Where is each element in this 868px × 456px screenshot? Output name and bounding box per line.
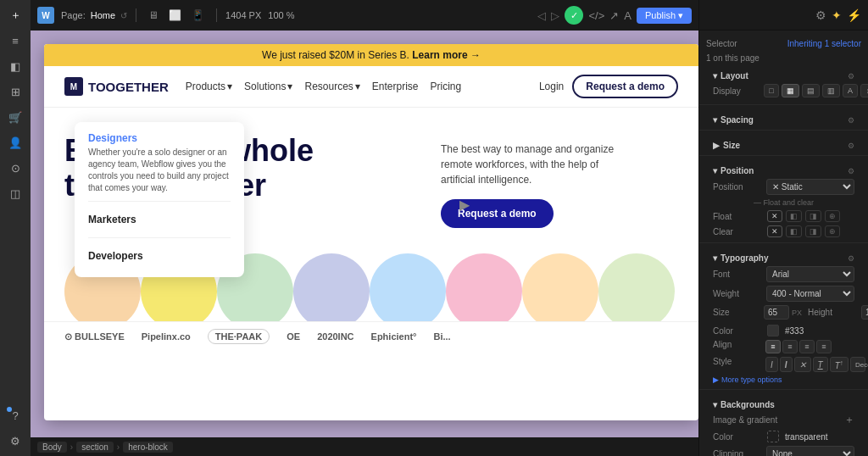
- underline-btn[interactable]: T: [813, 357, 828, 372]
- breadcrumb-bar: Body › section › hero-block: [31, 437, 698, 456]
- style-label: Style: [713, 357, 764, 372]
- tooltip-developers[interactable]: Developers: [88, 245, 231, 267]
- typography-header[interactable]: ▾ Typography ⚙: [706, 250, 861, 264]
- display-inline-btn[interactable]: ▥: [822, 84, 840, 97]
- breadcrumb-hero-block[interactable]: hero-block: [123, 442, 173, 453]
- clear-left-btn[interactable]: ◧: [786, 225, 802, 237]
- height-input[interactable]: [861, 305, 868, 320]
- tooltip-designers-title[interactable]: Designers: [88, 132, 231, 144]
- size-input[interactable]: [764, 305, 789, 320]
- breadcrumb-section[interactable]: section: [76, 442, 114, 453]
- float-both-btn[interactable]: ⊕: [825, 210, 840, 222]
- logo-thepaak: THE·PAAK: [208, 329, 270, 344]
- clear-right-btn[interactable]: ◨: [805, 225, 821, 237]
- undo-icon[interactable]: ◁: [537, 9, 546, 22]
- float-left-btn[interactable]: ◧: [786, 210, 802, 222]
- clear-none-btn[interactable]: ✕: [767, 225, 782, 237]
- display-grid-btn[interactable]: ▤: [802, 84, 820, 97]
- display-block-btn[interactable]: □: [764, 84, 779, 97]
- panel-gear-icon[interactable]: ⚙: [815, 8, 826, 22]
- toolbar-assets-icon[interactable]: ◧: [5, 56, 25, 76]
- panel-lightning-icon[interactable]: ⚡: [847, 8, 861, 22]
- redo-icon[interactable]: ▷: [551, 9, 559, 22]
- sup-btn[interactable]: T↑: [830, 357, 849, 372]
- position-select[interactable]: ✕ Static: [766, 179, 854, 195]
- tooltip-separator-1: [88, 201, 231, 202]
- toolbar-components-icon[interactable]: ◫: [5, 183, 25, 203]
- spacing-section: ▾ Spacing ⚙: [699, 108, 868, 131]
- nav-enterprise[interactable]: Enterprise: [372, 81, 419, 92]
- page-label: Page:: [61, 10, 86, 20]
- align-justify-btn[interactable]: ≡: [816, 340, 832, 353]
- toolbar-layers-icon[interactable]: ≡: [5, 31, 25, 51]
- bg-color-swatch[interactable]: [767, 431, 779, 442]
- canvas-area[interactable]: We just raised $20M in Series B. Learn m…: [31, 31, 698, 437]
- font-icon[interactable]: A: [624, 9, 632, 22]
- toolbar-search-icon[interactable]: ⊙: [5, 158, 25, 178]
- login-button[interactable]: Login: [539, 81, 564, 92]
- on-page-count: 1 on this page: [699, 52, 868, 64]
- float-right-btn[interactable]: ◨: [805, 210, 821, 222]
- strike-btn[interactable]: ✕: [794, 357, 811, 372]
- toolbar-settings-icon[interactable]: ⚙: [5, 431, 25, 451]
- clear-both-btn[interactable]: ⊕: [825, 225, 840, 237]
- page-selector[interactable]: Page: Home ↺: [61, 10, 127, 20]
- page-refresh-icon[interactable]: ↺: [120, 11, 127, 20]
- bg-image-add[interactable]: ＋: [844, 413, 854, 427]
- typography-title: ▾ Typography: [713, 253, 768, 263]
- spacing-header[interactable]: ▾ Spacing ⚙: [706, 112, 861, 126]
- toolbar-user-icon[interactable]: 👤: [5, 132, 25, 153]
- chevron-icon: ▾: [355, 81, 360, 92]
- hero-cta-button[interactable]: Request a demo: [441, 199, 554, 228]
- breadcrumb-body[interactable]: Body: [37, 442, 67, 453]
- align-right-btn[interactable]: ≡: [799, 340, 815, 353]
- align-left-btn[interactable]: ≡: [765, 340, 781, 353]
- clipping-select[interactable]: None: [766, 446, 854, 456]
- nav-resources[interactable]: Resources ▾: [304, 81, 359, 92]
- align-center-btn[interactable]: ≡: [782, 340, 798, 353]
- code-icon[interactable]: </>: [588, 9, 604, 22]
- layout-header[interactable]: ▾ Layout ⚙: [706, 68, 861, 82]
- more-type-options[interactable]: ▶ More type options: [706, 374, 861, 386]
- separator2: [216, 8, 217, 22]
- display-flex-btn[interactable]: ▦: [782, 84, 799, 97]
- size-label: Size: [713, 308, 764, 317]
- desktop-icon[interactable]: 🖥: [145, 8, 162, 23]
- share-icon[interactable]: ↗: [609, 9, 619, 22]
- toolbar-cms-icon[interactable]: ⊞: [5, 81, 25, 102]
- logo-bullseye: ⊙ BULLSEYE: [64, 331, 125, 342]
- color-swatch[interactable]: [767, 325, 779, 336]
- float-clear-label: — Float and clear: [706, 197, 861, 209]
- bold-btn[interactable]: I: [780, 357, 793, 372]
- panel-nodes-icon[interactable]: ✦: [832, 8, 842, 22]
- display-scroll-btn[interactable]: ↕: [860, 84, 868, 97]
- toolbar-ecommerce-icon[interactable]: 🛒: [5, 107, 25, 127]
- logo-bar: ⊙ BULLSEYE Pipelinx.co THE·PAAK OE 2020I…: [44, 321, 698, 351]
- mobile-icon[interactable]: 📱: [188, 8, 208, 23]
- nav-pricing[interactable]: Pricing: [431, 81, 462, 92]
- banner-link[interactable]: Learn more →: [412, 49, 481, 61]
- backgrounds-header[interactable]: ▾ Backgrounds: [706, 397, 861, 411]
- float-none-btn[interactable]: ✕: [767, 210, 782, 222]
- webflow-logo[interactable]: W: [37, 7, 54, 24]
- position-header[interactable]: ▾ Position ⚙: [706, 163, 861, 177]
- toolbar-add-icon[interactable]: ＋: [5, 5, 25, 25]
- selector-value[interactable]: Inheriting 1 selector: [787, 39, 861, 48]
- clipping-row: Clipping None: [706, 444, 861, 456]
- nav-products[interactable]: Products ▾: [186, 81, 232, 92]
- tooltip-designers-desc: Whether you're a solo designer or an age…: [88, 147, 231, 194]
- zoom-label: 100 %: [268, 10, 294, 20]
- display-none-btn[interactable]: A: [843, 84, 858, 97]
- demo-button[interactable]: Request a demo: [572, 75, 678, 98]
- size-header[interactable]: ▶ Size ⚙: [706, 137, 861, 152]
- page-name: Home: [91, 10, 115, 20]
- site-nav: M TOOGETHER Products ▾ Solutions ▾ Resou…: [44, 66, 698, 108]
- publish-button[interactable]: Publish ▾: [637, 8, 692, 24]
- italic-btn[interactable]: I: [765, 357, 778, 372]
- toolbar-help-icon[interactable]: ?: [5, 405, 25, 425]
- nav-solutions[interactable]: Solutions ▾: [244, 81, 292, 92]
- tooltip-marketers[interactable]: Marketers: [88, 209, 231, 231]
- font-select[interactable]: Arial: [766, 266, 854, 282]
- weight-select[interactable]: 400 - Normal: [766, 286, 854, 302]
- tablet-icon[interactable]: ⬜: [165, 8, 185, 23]
